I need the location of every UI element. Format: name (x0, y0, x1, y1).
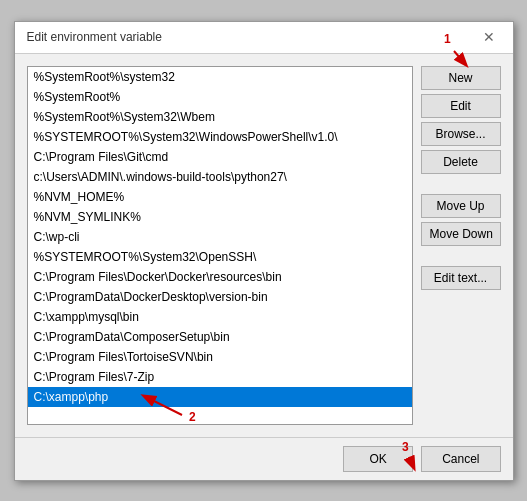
ok-button[interactable]: OK (343, 446, 413, 472)
list-item[interactable]: %SystemRoot%\system32 (28, 67, 412, 87)
new-button[interactable]: New (421, 66, 501, 90)
env-var-list[interactable]: %SystemRoot%\system32%SystemRoot%%System… (27, 66, 413, 425)
title-bar: Edit environment variable ✕ (15, 22, 513, 54)
list-item[interactable]: C:\Program Files\Git\cmd (28, 147, 412, 167)
list-item[interactable]: %NVM_HOME% (28, 187, 412, 207)
browse-button[interactable]: Browse... (421, 122, 501, 146)
dialog-footer: OK Cancel (15, 437, 513, 480)
list-item[interactable]: C:\ProgramData\DockerDesktop\version-bin (28, 287, 412, 307)
delete-button[interactable]: Delete (421, 150, 501, 174)
list-item[interactable]: C:\Program Files\Docker\Docker\resources… (28, 267, 412, 287)
list-item[interactable]: C:\xampp\php (28, 387, 412, 407)
list-item[interactable]: C:\Program Files\7-Zip (28, 367, 412, 387)
list-item[interactable]: C:\xampp\mysql\bin (28, 307, 412, 327)
move-down-button[interactable]: Move Down (421, 222, 501, 246)
edit-env-var-dialog: Edit environment variable ✕ %SystemRoot%… (14, 21, 514, 481)
list-item[interactable]: C:\wp-cli (28, 227, 412, 247)
list-item[interactable]: C:\ProgramData\ComposerSetup\bin (28, 327, 412, 347)
list-item[interactable]: %SYSTEMROOT%\System32\WindowsPowerShell\… (28, 127, 412, 147)
list-item[interactable]: %SYSTEMROOT%\System32\OpenSSH\ (28, 247, 412, 267)
dialog-body: %SystemRoot%\system32%SystemRoot%%System… (15, 54, 513, 437)
action-buttons: New Edit Browse... Delete Move Up Move D… (421, 66, 501, 425)
list-item[interactable]: C:\Program Files\TortoiseSVN\bin (28, 347, 412, 367)
edit-button[interactable]: Edit (421, 94, 501, 118)
close-button[interactable]: ✕ (477, 28, 501, 46)
list-item[interactable]: c:\Users\ADMIN\.windows-build-tools\pyth… (28, 167, 412, 187)
list-item[interactable]: %SystemRoot%\System32\Wbem (28, 107, 412, 127)
cancel-button[interactable]: Cancel (421, 446, 500, 472)
list-item[interactable]: %NVM_SYMLINK% (28, 207, 412, 227)
move-up-button[interactable]: Move Up (421, 194, 501, 218)
edit-text-button[interactable]: Edit text... (421, 266, 501, 290)
dialog-title: Edit environment variable (27, 30, 162, 44)
list-item[interactable]: %SystemRoot% (28, 87, 412, 107)
